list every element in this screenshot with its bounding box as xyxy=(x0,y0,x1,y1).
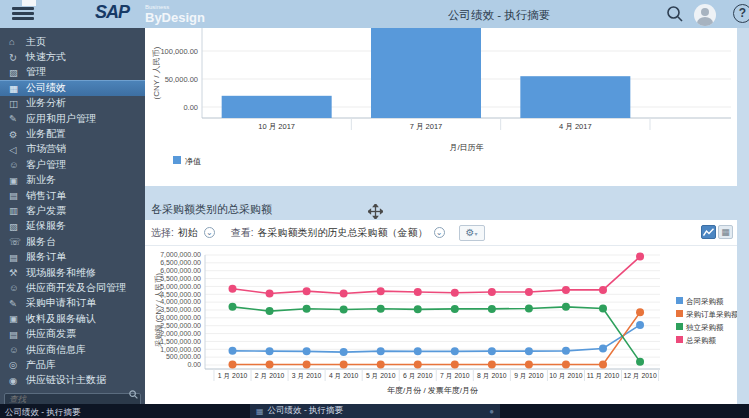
sidebar-item-label: 管理 xyxy=(26,65,46,79)
series-line xyxy=(233,307,641,362)
select-value-dropdown[interactable]: 初始 xyxy=(178,226,198,240)
sidebar-item-label: 销售订单 xyxy=(26,189,66,203)
data-point xyxy=(414,288,422,296)
purchase-line-chart: 0.00500,000.001,000,000.001,500,000.002,… xyxy=(145,246,737,418)
warranty-icon: ▧ xyxy=(9,221,26,232)
sidebar-item[interactable]: ☺供应商开发及合同管理 xyxy=(0,280,145,295)
sidebar-item[interactable]: ◎产品库 xyxy=(0,357,145,372)
page-title: 公司绩效 - 执行摘要 xyxy=(448,8,550,23)
sidebar-item[interactable]: ⚙业务配置 xyxy=(0,126,145,141)
sidebar-item[interactable]: ◁市场营销 xyxy=(0,142,145,157)
x-tick-label: 12 月 2010 xyxy=(623,372,656,380)
data-point xyxy=(525,347,533,355)
sidebar-item[interactable]: ☺供应商信息库 xyxy=(0,342,145,357)
data-point xyxy=(525,361,533,369)
sidebar-item[interactable]: ▤供应商发票 xyxy=(0,326,145,341)
data-point xyxy=(266,347,274,355)
sidebar-item-label: 快速方式 xyxy=(26,50,66,64)
legend-label: 独立采购额 xyxy=(686,323,724,332)
sidebar-item[interactable]: ▨管理 xyxy=(0,65,145,80)
chart-view-toggle[interactable] xyxy=(701,225,716,239)
y-tick-label: 50,000.00 xyxy=(165,75,198,84)
bar xyxy=(222,96,332,118)
view-label: 查看: xyxy=(231,226,254,240)
sidebar-item-label: 供应商开发及合同管理 xyxy=(26,281,126,295)
taskbar-tab[interactable]: ▦ 公司绩效 - 执行摘要 ● xyxy=(250,404,500,418)
view-value-dropdown[interactable]: 各采购额类别的历史总采购额（金额） xyxy=(258,226,428,240)
sidebar-search-input[interactable] xyxy=(4,393,141,405)
data-point xyxy=(451,347,459,355)
invoice-icon: ▥ xyxy=(9,205,26,216)
sidebar-item[interactable]: ⌂主页 xyxy=(0,34,145,49)
search-icon[interactable] xyxy=(666,5,684,23)
y-tick-label: 2,000,000.00 xyxy=(160,330,201,337)
data-point xyxy=(636,321,644,329)
bottom-taskbar: 公司绩效 - 执行摘要 ▦ 公司绩效 - 执行摘要 ● xyxy=(0,404,749,418)
x-tick-label: 7 月 2010 xyxy=(440,372,470,380)
sidebar-item[interactable]: ▣收料及服务确认 xyxy=(0,311,145,326)
select-chevron-icon[interactable]: ⌄ xyxy=(204,227,215,238)
sidebar-item[interactable]: ▧延保服务 xyxy=(0,219,145,234)
table-view-toggle[interactable]: ▦ xyxy=(718,225,733,239)
y-tick-label: 5,000,000.00 xyxy=(160,283,201,290)
purchase-section-title: 各采购额类别的总采购额 xyxy=(151,202,272,217)
supplier-base-icon: ☺ xyxy=(9,344,26,355)
sidebar-item[interactable]: ↻快速方式 xyxy=(0,49,145,64)
series-line xyxy=(233,325,641,352)
sidebar-item[interactable]: ▦公司绩效 xyxy=(0,80,145,95)
data-point xyxy=(414,305,422,313)
sidebar-item-label: 业务配置 xyxy=(26,127,66,141)
sidebar-item[interactable]: ▤销售订单 xyxy=(0,188,145,203)
x-tick-label: 11 月 2010 xyxy=(587,372,620,380)
home-icon: ⌂ xyxy=(9,36,26,47)
sidebar-item[interactable]: ✎采购申请和订单 xyxy=(0,296,145,311)
sidebar-item[interactable]: ☏服务台 xyxy=(0,234,145,249)
y-tick-label: 7,000,000.00 xyxy=(160,251,201,258)
x-tick-label: 8 月 2010 xyxy=(477,372,507,380)
view-chevron-icon[interactable]: ⌄ xyxy=(434,227,445,238)
view-toggle-group: ▦ xyxy=(701,225,733,239)
y-tick-label: 6,000,000.00 xyxy=(160,267,201,274)
purchase-request-icon: ✎ xyxy=(9,298,26,309)
x-tick-label: 2 月 2010 xyxy=(255,372,285,380)
sidebar-search-icon[interactable] xyxy=(129,390,138,399)
y-axis-title: (CNY / 人民币) xyxy=(152,46,161,99)
bar xyxy=(520,76,630,118)
data-point xyxy=(266,307,274,315)
y-tick-label: 0.00 xyxy=(187,361,201,368)
sidebar-item[interactable]: ✎应用和用户管理 xyxy=(0,111,145,126)
sidebar-item[interactable]: ⚒现场服务和维修 xyxy=(0,265,145,280)
settings-gear-button[interactable]: ⚙▾ xyxy=(459,225,485,241)
users-icon: ✎ xyxy=(9,113,26,124)
customers-icon: ☺ xyxy=(9,159,26,170)
data-point xyxy=(303,287,311,295)
y-tick-label: 1,500,000.00 xyxy=(160,338,201,345)
data-point xyxy=(303,347,311,355)
sidebar-item[interactable]: ◉供应链设计主数据 xyxy=(0,373,145,388)
sidebar-item-list: ⌂主页↻快速方式▨管理▦公司绩效◫业务分析✎应用和用户管理⚙业务配置◁市场营销☺… xyxy=(0,28,145,388)
sidebar-item[interactable]: ◫业务分析 xyxy=(0,96,145,111)
user-avatar[interactable] xyxy=(694,4,716,26)
y-tick-label: 3,500,000.00 xyxy=(160,306,201,313)
sidebar-item[interactable]: ▤服务订单 xyxy=(0,249,145,264)
supplier-contract-icon: ☺ xyxy=(9,282,26,293)
sidebar-item-label: 采购申请和订单 xyxy=(26,296,96,310)
sidebar-item-label: 新业务 xyxy=(26,173,56,187)
data-point xyxy=(599,304,607,312)
data-point xyxy=(229,361,237,369)
purchase-section-header[interactable]: 各采购额类别的总采购额 xyxy=(145,199,737,219)
sidebar-item-label: 延保服务 xyxy=(26,219,66,233)
config-icon: ⚙ xyxy=(9,129,26,140)
legend-label: 净值 xyxy=(185,157,201,166)
sidebar-item-label: 应用和用户管理 xyxy=(26,112,96,126)
hamburger-menu-icon[interactable] xyxy=(12,7,34,21)
sidebar-item[interactable]: ▣新业务 xyxy=(0,173,145,188)
data-point xyxy=(377,361,385,369)
y-tick-label: 2,500,000.00 xyxy=(160,322,201,329)
help-icon[interactable]: ? xyxy=(733,4,749,23)
data-point xyxy=(229,347,237,355)
sidebar-item[interactable]: ☺客户管理 xyxy=(0,157,145,172)
sidebar-item[interactable]: ▥客户发票 xyxy=(0,203,145,218)
data-point xyxy=(636,308,644,316)
service-desk-icon: ☏ xyxy=(9,236,26,247)
